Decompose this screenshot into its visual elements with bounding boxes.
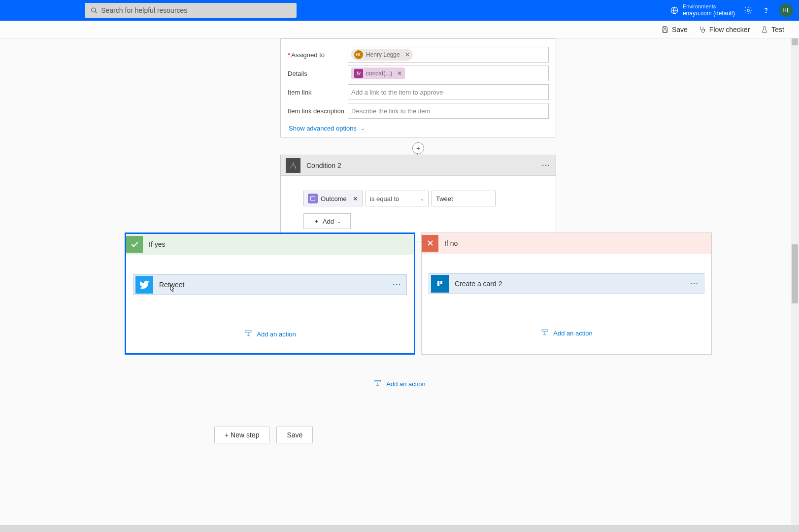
scroll-up-icon[interactable] bbox=[792, 38, 798, 45]
settings-icon[interactable] bbox=[744, 6, 753, 15]
svg-point-0 bbox=[92, 8, 96, 12]
item-link-input[interactable] bbox=[351, 89, 545, 96]
add-action-no[interactable]: Add an action bbox=[540, 329, 593, 337]
add-action-bottom[interactable]: Add an action bbox=[373, 379, 426, 388]
svg-rect-6 bbox=[664, 30, 666, 32]
test-label: Test bbox=[771, 26, 784, 33]
environment-value: enayu.com (default) bbox=[683, 10, 735, 17]
environment-icon bbox=[670, 6, 679, 15]
vertical-scrollbar[interactable] bbox=[791, 38, 799, 532]
fx-icon: fx bbox=[354, 69, 363, 78]
if-yes-label: If yes bbox=[149, 240, 165, 248]
stethoscope-icon bbox=[699, 26, 706, 33]
save-button[interactable]: Save bbox=[661, 26, 688, 33]
add-action-label: Add an action bbox=[386, 380, 426, 388]
if-yes-branch[interactable]: If yes Retweet ··· Add an action bbox=[125, 233, 415, 355]
trello-action-label: Create a card 2 bbox=[455, 280, 502, 288]
assigned-to-label: Assigned to bbox=[288, 51, 348, 59]
new-step-button[interactable]: + New step bbox=[214, 427, 269, 443]
if-no-branch[interactable]: ✕ If no Create a card 2 ··· Add an actio… bbox=[421, 233, 712, 355]
if-no-label: If no bbox=[444, 239, 458, 247]
flow-canvas[interactable]: Assigned to HL Henry Legge ✕ Details fx … bbox=[0, 38, 799, 532]
svg-rect-5 bbox=[664, 27, 666, 28]
condition-left-operand[interactable]: Outcome ✕ bbox=[303, 191, 363, 206]
item-link-desc-input[interactable] bbox=[351, 107, 545, 115]
assigned-to-field[interactable]: HL Henry Legge ✕ bbox=[348, 47, 549, 63]
flow-checker-button[interactable]: Flow checker bbox=[699, 26, 750, 33]
svg-point-7 bbox=[704, 29, 705, 31]
search-input[interactable] bbox=[101, 6, 291, 14]
add-action-label: Add an action bbox=[257, 331, 296, 338]
dynamic-content-icon bbox=[308, 194, 318, 203]
scroll-thumb[interactable] bbox=[792, 244, 798, 303]
search-icon bbox=[91, 7, 97, 14]
test-button[interactable]: Test bbox=[761, 26, 784, 33]
condition-value[interactable]: Tweet bbox=[432, 191, 496, 206]
remove-expression-icon[interactable]: ✕ bbox=[397, 70, 402, 77]
details-label: Details bbox=[288, 70, 348, 77]
person-name: Henry Legge bbox=[366, 51, 400, 58]
add-action-icon bbox=[540, 329, 549, 337]
help-icon[interactable] bbox=[762, 6, 770, 15]
twitter-icon bbox=[135, 276, 153, 294]
condition-header[interactable]: Condition 2 ··· bbox=[281, 155, 556, 176]
user-avatar[interactable]: HL bbox=[779, 3, 793, 17]
person-token[interactable]: HL Henry Legge ✕ bbox=[351, 49, 413, 61]
remove-operand-icon[interactable]: ✕ bbox=[353, 195, 358, 202]
svg-line-1 bbox=[95, 11, 97, 13]
svg-rect-11 bbox=[437, 281, 439, 286]
action-menu[interactable]: ··· bbox=[690, 280, 699, 288]
svg-rect-8 bbox=[311, 197, 315, 201]
condition-card[interactable]: Condition 2 ··· Outcome ✕ is equal to ⌄ bbox=[280, 155, 556, 241]
environment-picker[interactable]: Environments enayu.com (default) bbox=[670, 3, 735, 17]
svg-rect-13 bbox=[542, 330, 548, 331]
show-advanced-toggle[interactable]: Show advanced options ⌄ bbox=[289, 125, 549, 132]
trello-action-card[interactable]: Create a card 2 ··· bbox=[429, 273, 704, 294]
approval-card[interactable]: Assigned to HL Henry Legge ✕ Details fx … bbox=[280, 38, 556, 137]
add-action-icon bbox=[373, 379, 382, 388]
condition-title: Condition 2 bbox=[306, 162, 341, 169]
environment-label: Environments bbox=[683, 3, 735, 10]
expression-token[interactable]: fx concat(...) ✕ bbox=[351, 67, 405, 79]
add-action-label: Add an action bbox=[553, 330, 593, 337]
svg-rect-12 bbox=[440, 281, 442, 284]
condition-menu[interactable]: ··· bbox=[542, 162, 551, 169]
action-menu[interactable]: ··· bbox=[393, 281, 401, 289]
show-advanced-label: Show advanced options bbox=[289, 125, 357, 132]
condition-icon bbox=[286, 158, 300, 173]
save-flow-button[interactable]: Save bbox=[276, 427, 313, 443]
plus-icon: ＋ bbox=[313, 217, 320, 226]
x-icon: ✕ bbox=[422, 235, 438, 252]
beaker-icon bbox=[761, 26, 768, 33]
save-label: Save bbox=[672, 26, 688, 33]
person-avatar: HL bbox=[354, 50, 363, 59]
condition-operator[interactable]: is equal to ⌄ bbox=[366, 191, 429, 206]
condition-expression-row: Outcome ✕ is equal to ⌄ Tweet bbox=[303, 191, 533, 206]
add-action-yes[interactable]: Add an action bbox=[244, 330, 296, 338]
retweet-action-card[interactable]: Retweet ··· bbox=[133, 274, 407, 295]
command-bar: Save Flow checker Test bbox=[0, 21, 799, 38]
if-no-header: ✕ If no bbox=[422, 233, 711, 254]
retweet-action-label: Retweet bbox=[159, 281, 184, 289]
check-icon bbox=[126, 236, 143, 253]
if-yes-header: If yes bbox=[126, 234, 414, 255]
condition-value-text: Tweet bbox=[436, 195, 453, 202]
add-action-icon bbox=[244, 330, 253, 338]
remove-person-icon[interactable]: ✕ bbox=[405, 51, 410, 58]
item-link-desc-label: Item link description bbox=[288, 107, 348, 115]
search-box[interactable] bbox=[85, 3, 297, 18]
item-link-desc-field[interactable] bbox=[348, 103, 549, 119]
svg-rect-9 bbox=[245, 331, 251, 332]
operator-text: is equal to bbox=[370, 195, 399, 202]
item-link-label: Item link bbox=[288, 89, 348, 96]
add-condition-button[interactable]: ＋ Add ⌄ bbox=[303, 213, 351, 229]
top-bar: Environments enayu.com (default) HL bbox=[0, 0, 799, 21]
window-chrome-bottom bbox=[0, 525, 799, 532]
save-icon bbox=[661, 26, 669, 33]
chevron-down-icon: ⌄ bbox=[337, 219, 341, 224]
operand-token-text: Outcome bbox=[321, 195, 347, 202]
details-field[interactable]: fx concat(...) ✕ bbox=[348, 66, 549, 81]
chevron-down-icon: ⌄ bbox=[361, 126, 365, 131]
chevron-down-icon: ⌄ bbox=[420, 196, 424, 201]
item-link-field[interactable] bbox=[348, 84, 549, 100]
